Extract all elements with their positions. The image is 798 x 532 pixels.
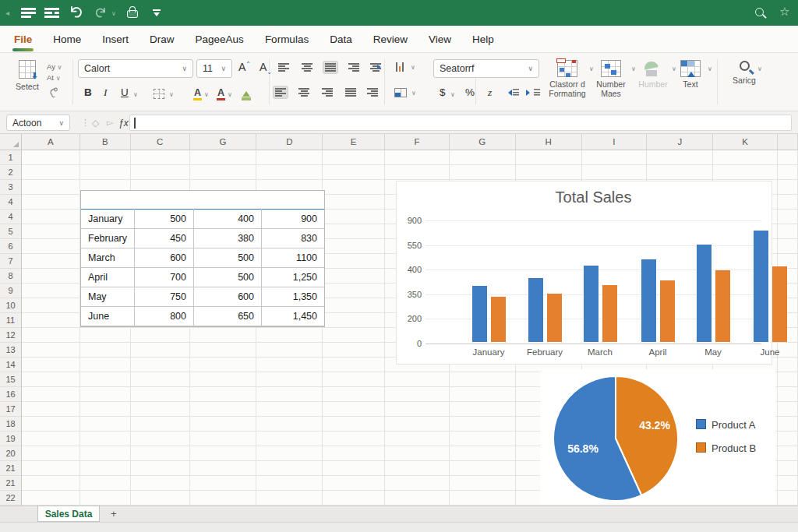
bar-product-a-june[interactable] <box>754 231 768 342</box>
percent-button[interactable]: % <box>465 86 475 98</box>
tab-view[interactable]: View <box>429 33 451 45</box>
tab-data[interactable]: Data <box>330 33 352 45</box>
star-icon[interactable]: ☆ <box>779 5 789 19</box>
row-header-14[interactable]: 14 <box>0 358 21 372</box>
table-cell[interactable]: 830 <box>262 229 324 248</box>
currency-caret-icon[interactable]: ∨ <box>450 91 455 98</box>
column-header-F-6[interactable]: F <box>385 134 450 150</box>
undo-icon[interactable] <box>69 5 85 20</box>
align-center-button[interactable] <box>296 86 312 99</box>
row-header-12[interactable]: 12 <box>0 328 21 343</box>
fill-menu-button[interactable]: Ay ∨ <box>47 62 62 71</box>
decrease-font-button[interactable]: A⌄ <box>260 61 272 76</box>
font-color-caret-icon[interactable]: ∨ <box>228 91 232 98</box>
tab-insert[interactable]: Insert <box>102 33 129 45</box>
redo-icon[interactable] <box>93 6 108 19</box>
table-cell[interactable]: 500 <box>194 248 262 268</box>
table-cell[interactable]: 450 <box>135 229 194 248</box>
table-cell[interactable]: 500 <box>135 210 194 229</box>
format-painter-icon[interactable] <box>48 87 58 98</box>
row-header-10[interactable]: 10 <box>0 298 21 313</box>
tab-home[interactable]: Home <box>53 33 81 45</box>
lock-icon[interactable] <box>127 10 138 18</box>
column-header-J-10[interactable]: J <box>647 134 713 150</box>
tab-review[interactable]: Review <box>373 33 408 45</box>
bar-product-b-april[interactable] <box>660 280 675 342</box>
back-chevron-icon[interactable]: ◂ <box>5 9 9 17</box>
column-header-C-2[interactable]: C <box>131 134 190 150</box>
row-header-11[interactable]: 11 <box>0 313 21 328</box>
row-header-5[interactable]: 5 <box>0 224 21 239</box>
formula-input[interactable] <box>129 115 792 131</box>
font-size-select[interactable]: 11∨ <box>196 59 232 78</box>
table-cell[interactable]: May <box>81 287 135 307</box>
comma-style-button[interactable]: z <box>488 86 492 99</box>
find-caret-icon[interactable]: ∨ <box>757 65 762 72</box>
tab-draw[interactable]: Draw <box>150 33 175 45</box>
table-cell[interactable]: June <box>81 307 135 326</box>
table-cell[interactable]: 500 <box>194 268 262 287</box>
align-bottom-button[interactable] <box>323 61 338 74</box>
row-header-7[interactable]: 7 <box>0 254 21 269</box>
align-right-button[interactable] <box>320 86 335 99</box>
paste-button[interactable]: Setect <box>9 60 45 92</box>
sheet-tab-sales-data[interactable]: Sales Data <box>37 506 100 522</box>
conditional-formatting-button[interactable]: Clastorr dFormating <box>547 60 588 98</box>
justify-button[interactable] <box>343 86 358 99</box>
bar-product-a-march[interactable] <box>584 266 598 342</box>
bar-product-b-june[interactable] <box>772 266 787 342</box>
table-cell[interactable]: 1,250 <box>262 268 324 287</box>
table-cell[interactable]: 380 <box>194 229 262 248</box>
find-button[interactable]: Saricg <box>726 61 762 86</box>
row-header-8[interactable]: 8 <box>0 269 21 284</box>
table-cell[interactable]: February <box>81 229 135 248</box>
bar-chart-panel[interactable]: Total Sales 9005504003502000JanuaryFebru… <box>396 181 772 365</box>
tab-formulas[interactable]: Formulas <box>265 33 309 45</box>
cell-styles-button[interactable]: Humber <box>634 60 672 90</box>
table-cell[interactable]: 600 <box>135 248 194 268</box>
table-cell[interactable]: 800 <box>135 307 194 326</box>
column-header-extra[interactable] <box>778 134 798 150</box>
table-cell[interactable]: January <box>81 210 135 229</box>
cancel-icon[interactable]: ◇ <box>92 115 99 131</box>
function-icon[interactable]: ƒx <box>118 115 129 131</box>
row-header-9[interactable]: 9 <box>0 284 21 298</box>
underline-caret-icon[interactable]: ∨ <box>133 91 138 98</box>
row-header-19[interactable]: 19 <box>0 432 21 446</box>
menu-icon[interactable] <box>21 8 36 18</box>
redo-caret-icon[interactable]: ∨ <box>111 10 116 17</box>
tab-file[interactable]: File <box>14 33 32 45</box>
column-header-B-1[interactable]: B <box>80 134 131 150</box>
table-cell[interactable]: 1100 <box>262 248 324 268</box>
text-button[interactable]: Text <box>673 60 708 90</box>
row-header-21[interactable]: 21 <box>0 461 21 476</box>
merge-cells-icon[interactable] <box>394 88 407 97</box>
bar-product-a-february[interactable] <box>528 278 543 342</box>
add-sheet-button[interactable]: + <box>111 508 117 520</box>
table-cell[interactable]: 900 <box>262 210 324 229</box>
number-format-select[interactable]: Seatorrf∨ <box>433 59 539 78</box>
bar-product-a-january[interactable] <box>472 286 487 342</box>
table-cell[interactable]: 1,350 <box>262 287 324 307</box>
pie-chart-panel[interactable]: 56.8%Product A43.2%Product B <box>540 369 775 505</box>
list-icon[interactable] <box>44 8 59 18</box>
column-header-E-5[interactable]: E <box>323 134 385 150</box>
highlight-color-button[interactable]: A <box>194 88 201 97</box>
clear-menu-button[interactable]: At ∨ <box>47 73 60 82</box>
row-header-15[interactable]: 15 <box>0 372 21 387</box>
bar-product-a-may[interactable] <box>697 245 711 342</box>
align-left-button[interactable] <box>273 86 288 99</box>
enter-icon[interactable]: ▻ <box>107 115 113 131</box>
column-header-A-0[interactable]: A <box>22 134 80 150</box>
increase-decimal-button[interactable] <box>505 89 519 96</box>
column-header-I-9[interactable]: I <box>582 134 648 150</box>
italic-button[interactable]: I <box>104 86 108 99</box>
column-header-D-4[interactable]: D <box>256 134 323 150</box>
orientation-icon[interactable] <box>396 62 404 72</box>
font-name-select[interactable]: Calort∨ <box>78 59 193 78</box>
underline-button[interactable]: U <box>121 86 129 98</box>
wrap-text-button[interactable] <box>368 61 383 74</box>
table-cell[interactable]: March <box>81 248 135 268</box>
column-header-K-11[interactable]: K <box>713 134 778 150</box>
bold-button[interactable]: B <box>84 86 92 98</box>
